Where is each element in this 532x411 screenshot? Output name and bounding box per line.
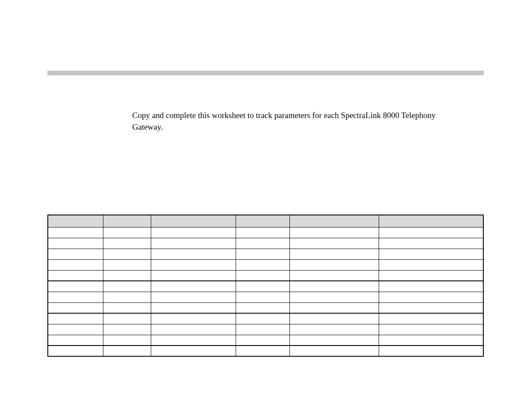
table-row bbox=[48, 259, 483, 270]
table-row bbox=[48, 270, 483, 281]
table-row bbox=[48, 313, 483, 324]
table-row bbox=[48, 227, 483, 238]
table-cell bbox=[379, 302, 483, 313]
table-cell bbox=[48, 238, 103, 249]
table-header-row bbox=[48, 215, 483, 227]
table-row bbox=[48, 249, 483, 259]
table-cell bbox=[236, 302, 289, 313]
table-cell bbox=[103, 302, 151, 313]
table-cell bbox=[151, 302, 236, 313]
table-row bbox=[48, 335, 483, 346]
table-cell bbox=[151, 270, 236, 281]
table-cell bbox=[48, 249, 103, 259]
table-cell bbox=[48, 281, 103, 292]
table-cell bbox=[236, 227, 289, 238]
table-header bbox=[103, 215, 151, 227]
table-row bbox=[48, 238, 483, 249]
table-header bbox=[48, 215, 103, 227]
table-cell bbox=[289, 335, 379, 346]
table-cell bbox=[48, 270, 103, 281]
table-cell bbox=[379, 313, 483, 324]
table-header bbox=[236, 215, 289, 227]
table-cell bbox=[151, 335, 236, 346]
table-cell bbox=[236, 270, 289, 281]
table-cell bbox=[48, 335, 103, 346]
intro-text: Copy and complete this worksheet to trac… bbox=[132, 110, 467, 133]
table-cell bbox=[379, 259, 483, 270]
table-cell bbox=[289, 238, 379, 249]
table-cell bbox=[236, 313, 289, 324]
table-cell bbox=[151, 292, 236, 302]
table-cell bbox=[103, 238, 151, 249]
table-cell bbox=[236, 335, 289, 346]
table-cell bbox=[289, 281, 379, 292]
table-cell bbox=[379, 346, 483, 356]
table-cell bbox=[103, 324, 151, 335]
table-cell bbox=[236, 292, 289, 302]
table-header bbox=[151, 215, 236, 227]
table-cell bbox=[236, 346, 289, 356]
table-cell bbox=[103, 313, 151, 324]
table-cell bbox=[103, 249, 151, 259]
table-row bbox=[48, 324, 483, 335]
table-cell bbox=[103, 270, 151, 281]
worksheet-table bbox=[47, 215, 484, 357]
table-cell bbox=[48, 292, 103, 302]
table-cell bbox=[151, 249, 236, 259]
table-row bbox=[48, 281, 483, 292]
table-cell bbox=[379, 324, 483, 335]
table-row bbox=[48, 302, 483, 313]
table-cell bbox=[151, 281, 236, 292]
table-cell bbox=[103, 346, 151, 356]
table-cell bbox=[151, 238, 236, 249]
page: Copy and complete this worksheet to trac… bbox=[0, 71, 532, 357]
table-header bbox=[289, 215, 379, 227]
table-cell bbox=[151, 324, 236, 335]
table-cell bbox=[151, 313, 236, 324]
table-cell bbox=[48, 324, 103, 335]
table-cell bbox=[151, 227, 236, 238]
table-cell bbox=[48, 227, 103, 238]
table-cell bbox=[289, 259, 379, 270]
table-cell bbox=[151, 346, 236, 356]
table-row bbox=[48, 346, 483, 356]
table-cell bbox=[236, 281, 289, 292]
table-cell bbox=[103, 281, 151, 292]
worksheet-table-wrap bbox=[47, 215, 484, 357]
header-divider bbox=[47, 71, 484, 75]
table-cell bbox=[379, 292, 483, 302]
table-cell bbox=[289, 227, 379, 238]
table-header bbox=[379, 215, 483, 227]
table-cell bbox=[379, 270, 483, 281]
table-cell bbox=[289, 292, 379, 302]
table-cell bbox=[103, 259, 151, 270]
table-cell bbox=[379, 281, 483, 292]
table-row bbox=[48, 292, 483, 302]
table-cell bbox=[103, 292, 151, 302]
table-cell bbox=[289, 302, 379, 313]
table-cell bbox=[379, 227, 483, 238]
table-cell bbox=[48, 313, 103, 324]
table-cell bbox=[379, 335, 483, 346]
table-cell bbox=[236, 259, 289, 270]
table-cell bbox=[236, 324, 289, 335]
table-cell bbox=[236, 249, 289, 259]
table-cell bbox=[151, 259, 236, 270]
table-cell bbox=[289, 249, 379, 259]
table-cell bbox=[379, 238, 483, 249]
table-cell bbox=[103, 335, 151, 346]
table-cell bbox=[289, 270, 379, 281]
table-cell bbox=[289, 313, 379, 324]
table-cell bbox=[289, 324, 379, 335]
table-cell bbox=[379, 249, 483, 259]
table-cell bbox=[48, 302, 103, 313]
table-cell bbox=[48, 346, 103, 356]
table-cell bbox=[236, 238, 289, 249]
table-cell bbox=[48, 259, 103, 270]
table-cell bbox=[103, 227, 151, 238]
table-cell bbox=[289, 346, 379, 356]
